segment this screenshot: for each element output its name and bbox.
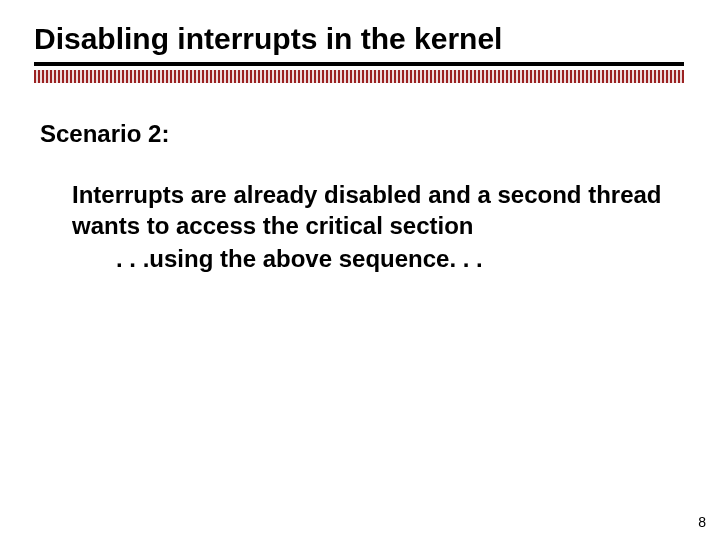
body-text: Interrupts are already disabled and a se…	[72, 180, 662, 275]
body-line-2: . . .using the above sequence. . .	[72, 244, 662, 275]
slide: Disabling interrupts in the kernel Scena…	[0, 0, 720, 540]
title-hatched-bar	[34, 70, 684, 83]
slide-title: Disabling interrupts in the kernel	[34, 22, 502, 56]
scenario-label: Scenario 2:	[40, 120, 169, 148]
title-underline	[34, 62, 684, 66]
body-line-1: Interrupts are already disabled and a se…	[72, 180, 662, 241]
page-number: 8	[698, 514, 706, 530]
